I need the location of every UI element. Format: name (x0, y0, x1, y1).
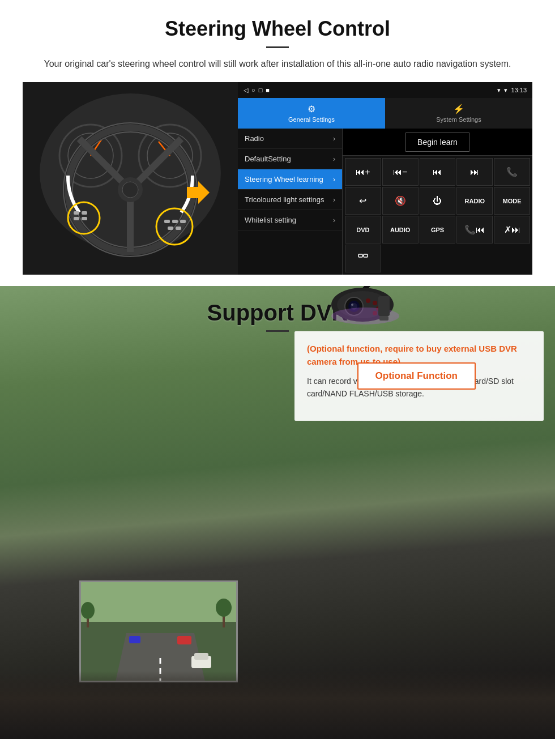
svg-rect-29 (364, 254, 368, 257)
svg-rect-39 (177, 636, 191, 644)
svg-rect-42 (194, 653, 208, 660)
signal-icon: ▾ (497, 87, 501, 94)
menu-tricoloured-label: Tricoloured light settings (245, 195, 324, 204)
nav-icons: ◁ ○ □ ■ (244, 87, 270, 94)
ctrl-end-next[interactable]: ✗⏭ (494, 216, 530, 244)
steering-section: Steering Wheel Control Your original car… (0, 0, 555, 286)
android-tabs: ⚙ General Settings ⚡ System Settings (238, 98, 532, 129)
dvr-section: Support DVR (0, 286, 555, 739)
svg-point-52 (351, 304, 353, 306)
ctrl-mode[interactable]: MODE (494, 187, 530, 215)
svg-rect-58 (378, 296, 390, 316)
steering-title: Steering Wheel Control (23, 17, 532, 41)
tab-general-settings[interactable]: ⚙ General Settings (238, 98, 385, 129)
svg-rect-21 (82, 217, 87, 220)
menu-arrow-3: › (333, 176, 335, 183)
svg-rect-18 (74, 211, 79, 215)
settings-icon: ⚙ (308, 104, 315, 114)
menu-steering-label: Steering Wheel learning (245, 175, 323, 183)
wifi-icon: ▾ (504, 87, 507, 94)
android-content: Radio › DefaultSetting › Steering Wheel … (238, 129, 532, 275)
svg-point-54 (373, 301, 377, 305)
ctrl-radio[interactable]: RADIO (456, 187, 493, 215)
menu-arrow-5: › (333, 216, 335, 224)
svg-rect-24 (180, 220, 186, 223)
optional-function-button[interactable]: Optional Function (357, 362, 476, 390)
svg-point-53 (366, 298, 370, 303)
android-panel: Begin learn ⏮+ ⏮− ⏮ ⏭ 📞 ↩ 🔇 ⏻ RADIO MODE (343, 129, 532, 275)
menu-radio[interactable]: Radio › (238, 129, 342, 149)
android-menu: Radio › DefaultSetting › Steering Wheel … (238, 129, 343, 275)
svg-rect-40 (129, 636, 140, 643)
svg-point-15 (122, 182, 138, 198)
menu-default-label: DefaultSetting (245, 155, 291, 163)
system-icon: ⚡ (453, 104, 464, 114)
back-icon: ◁ (244, 87, 248, 94)
tab-system-label: System Settings (436, 116, 481, 123)
dvr-inset-screen (79, 580, 238, 682)
ctrl-phone-prev[interactable]: 📞⏮ (456, 216, 493, 244)
android-ui: ◁ ○ □ ■ ▾ ▾ 13:13 ⚙ General Settings (238, 82, 532, 275)
svg-rect-23 (172, 220, 178, 223)
begin-learn-button[interactable]: Begin learn (405, 133, 469, 152)
dashboard-bottom (0, 671, 555, 739)
menu-whitelist-label: Whitelist setting (245, 216, 296, 224)
svg-point-38 (216, 599, 232, 617)
time-display: 13:13 (511, 87, 527, 93)
status-bar: ◁ ○ □ ■ ▾ ▾ 13:13 (238, 82, 532, 98)
ctrl-power[interactable]: ⏻ (420, 187, 456, 215)
ctrl-extra[interactable] (345, 245, 381, 272)
svg-rect-32 (81, 582, 238, 622)
svg-rect-20 (74, 217, 79, 220)
dvr-info-box: (Optional function, require to buy exter… (294, 331, 544, 421)
ctrl-next[interactable]: ⏭ (456, 158, 493, 186)
control-grid: ⏮+ ⏮− ⏮ ⏭ 📞 ↩ 🔇 ⏻ RADIO MODE DVD AUDIO G… (343, 156, 532, 275)
ctrl-phone[interactable]: 📞 (494, 158, 530, 186)
title-divider (266, 46, 289, 48)
menu-tricoloured[interactable]: Tricoloured light settings › (238, 190, 342, 210)
status-right: ▾ ▾ 13:13 (497, 87, 527, 94)
recents-icon: □ (259, 87, 263, 93)
menu-arrow: › (333, 135, 335, 143)
menu-steering-wheel[interactable]: Steering Wheel learning › (238, 169, 342, 190)
svg-rect-22 (164, 220, 170, 223)
ctrl-back[interactable]: ↩ (345, 187, 381, 215)
dvr-footage (81, 582, 236, 681)
menu-whitelist[interactable]: Whitelist setting › (238, 210, 342, 230)
svg-rect-25 (168, 227, 173, 230)
begin-learn-area: Begin learn (343, 129, 532, 156)
menu-radio-label: Radio (245, 134, 264, 143)
svg-rect-59 (379, 316, 388, 321)
ctrl-gps[interactable]: GPS (420, 216, 456, 244)
dvr-camera-illustration (311, 286, 527, 330)
ctrl-dvd[interactable]: DVD (345, 216, 381, 244)
menu-default-setting[interactable]: DefaultSetting › (238, 149, 342, 169)
svg-rect-26 (176, 227, 181, 230)
menu-arrow-4: › (333, 196, 335, 204)
ctrl-audio[interactable]: AUDIO (382, 216, 419, 244)
dvr-divider (266, 330, 289, 332)
home-icon: ○ (251, 87, 255, 93)
ctrl-vol-down[interactable]: ⏮− (382, 158, 419, 186)
svg-point-36 (81, 602, 95, 619)
ctrl-prev[interactable]: ⏮ (420, 158, 456, 186)
menu-arrow-2: › (333, 155, 335, 163)
tab-system-settings[interactable]: ⚡ System Settings (385, 98, 532, 129)
steering-composite: ◁ ○ □ ■ ▾ ▾ 13:13 ⚙ General Settings (23, 82, 532, 275)
steering-description: Your original car's steering wheel contr… (34, 57, 521, 71)
svg-rect-19 (82, 211, 87, 215)
ctrl-vol-up[interactable]: ⏮+ (345, 158, 381, 186)
steering-photo (23, 82, 238, 275)
menu-icon: ■ (266, 87, 270, 93)
tab-general-label: General Settings (288, 116, 335, 123)
ctrl-mute[interactable]: 🔇 (382, 187, 419, 215)
svg-rect-28 (358, 254, 362, 257)
